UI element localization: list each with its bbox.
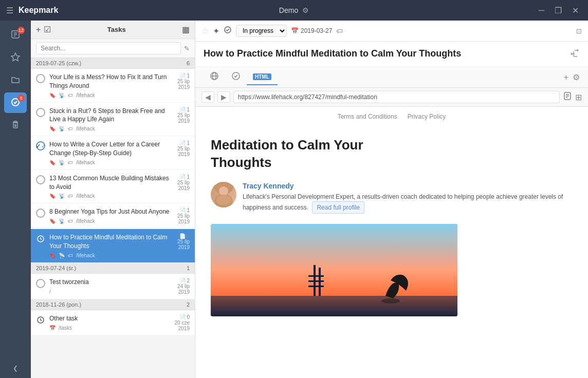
task-item[interactable]: Test tworzenia / 📄 2 24 lip2019 bbox=[31, 274, 195, 299]
bookmark-icon: 🔖 bbox=[49, 253, 56, 258]
date-group-header-2: 2019-07-24 (śr.) 1 bbox=[31, 263, 195, 274]
status-select[interactable]: In progress Done Todo bbox=[236, 25, 287, 37]
task-checkbox-clock[interactable] bbox=[36, 315, 45, 325]
minimize-button[interactable]: ─ bbox=[536, 5, 547, 16]
task-item-active[interactable]: How to Practice Mindful Meditation to Ca… bbox=[31, 229, 195, 263]
check-tab-icon bbox=[231, 71, 241, 82]
tag-meta-icon: 🏷 bbox=[68, 92, 73, 98]
task-item[interactable]: ✓ How to Write a Cover Letter for a Care… bbox=[31, 136, 195, 170]
task-checkbox[interactable] bbox=[36, 279, 45, 288]
tag-meta-icon: 🏷 bbox=[68, 126, 73, 131]
share-button[interactable] bbox=[569, 48, 580, 61]
calendar-icon: 📅 bbox=[291, 27, 299, 34]
tab-check[interactable] bbox=[225, 67, 247, 87]
tab-web[interactable] bbox=[204, 67, 225, 87]
sidebar-item-folders[interactable] bbox=[4, 70, 27, 90]
add-task-button[interactable]: + bbox=[36, 25, 41, 34]
expand-button[interactable]: ⊡ bbox=[576, 27, 582, 35]
restore-button[interactable]: ❐ bbox=[552, 5, 565, 16]
task-meta: 🔖 📡 🏷 /lifehack bbox=[49, 92, 173, 98]
date-group-count-1: 6 bbox=[187, 60, 190, 66]
demo-gear-icon[interactable]: ⚙ bbox=[302, 6, 309, 14]
task-item[interactable]: Stuck in a Rut? 6 Steps to Break Free an… bbox=[31, 103, 195, 137]
hamburger-menu-icon[interactable]: ☰ bbox=[6, 6, 13, 15]
svg-rect-6 bbox=[13, 123, 17, 128]
doc-info: 📄 0 bbox=[179, 314, 190, 320]
task-right: 📄 1 25 lip2019 bbox=[177, 174, 190, 191]
article-image bbox=[211, 224, 457, 316]
tag-icon[interactable]: 🏷 bbox=[336, 27, 343, 35]
magic-button[interactable]: ✦ bbox=[213, 26, 219, 36]
task-meta: 🔖 📡 🏷 /lifehack bbox=[49, 193, 173, 199]
folder-sidebar-icon bbox=[10, 74, 21, 86]
view-toggle-button[interactable]: ⊞ bbox=[575, 92, 582, 102]
terms-link[interactable]: Terms and Conditions bbox=[338, 113, 397, 120]
search-input[interactable] bbox=[36, 42, 181, 54]
complete-button[interactable] bbox=[224, 26, 232, 36]
demo-title-section: Demo ⚙ bbox=[279, 6, 309, 14]
task-right: 📄 2 24 lip2019 bbox=[177, 278, 190, 295]
task-right: 📄 1 25 lip2019 bbox=[177, 140, 190, 157]
task-checkbox[interactable] bbox=[36, 74, 45, 83]
sidebar-item-starred[interactable] bbox=[4, 47, 27, 68]
bookmark-icon: 🔖 bbox=[49, 160, 56, 165]
web-content[interactable]: Terms and Conditions Privacy Policy Medi… bbox=[195, 107, 588, 378]
task-checkbox[interactable] bbox=[36, 108, 45, 117]
close-button[interactable]: ✕ bbox=[569, 5, 582, 16]
read-full-profile-link[interactable]: Read full profile bbox=[312, 201, 364, 214]
task-meta: 🔖 📡 🏷 /lifehack bbox=[49, 126, 173, 131]
tag-meta-icon: 🏷 bbox=[68, 218, 73, 224]
layout-button[interactable]: ▦ bbox=[182, 25, 190, 34]
task-checkbox-clock[interactable] bbox=[36, 234, 45, 243]
nav-back-button[interactable]: ◀ bbox=[201, 91, 214, 103]
search-bar: ✎ bbox=[31, 39, 195, 58]
view-settings-button[interactable]: ⚙ bbox=[573, 72, 580, 82]
main-layout: 12 8 bbox=[0, 21, 588, 378]
pdf-button[interactable] bbox=[563, 91, 572, 103]
task-checkbox[interactable] bbox=[36, 175, 45, 184]
tabs-right: + ⚙ bbox=[564, 72, 580, 82]
trash-sidebar-icon bbox=[10, 120, 21, 131]
titlebar: ☰ Keepmark Demo ⚙ ─ ❐ ✕ bbox=[0, 0, 588, 21]
sidebar-item-active[interactable]: 8 bbox=[4, 92, 27, 113]
svg-marker-4 bbox=[11, 53, 20, 61]
task-title: 8 Beginner Yoga Tips for Just About Anyo… bbox=[49, 207, 173, 216]
url-input[interactable] bbox=[233, 91, 560, 103]
task-date: 25 lip2019 bbox=[177, 79, 190, 90]
tasks-scroll-area[interactable]: 2019-07-25 (czw.) 6 Your Life is a Mess?… bbox=[31, 58, 195, 378]
task-content: Other task 📅 /tasks bbox=[49, 314, 171, 331]
add-view-button[interactable]: + bbox=[564, 73, 568, 82]
task-item[interactable]: Other task 📅 /tasks 📄 0 20 cze2019 bbox=[31, 310, 195, 336]
task-title: 13 Most Common Muscle Building Mistakes … bbox=[49, 174, 173, 192]
sidebar-item-tasks[interactable]: 12 bbox=[4, 25, 27, 45]
task-tag: /lifehack bbox=[76, 92, 95, 98]
bookmark-icon: 🔖 bbox=[49, 92, 56, 98]
author-info: Tracy Kennedy Lifehack's Personal Develo… bbox=[243, 182, 573, 214]
demo-label: Demo bbox=[279, 6, 298, 14]
svg-point-22 bbox=[219, 186, 228, 196]
privacy-link[interactable]: Privacy Policy bbox=[408, 113, 446, 120]
star-button[interactable]: ☆ bbox=[201, 26, 209, 36]
check-all-button[interactable]: ☑ bbox=[44, 25, 51, 34]
task-tag: /lifehack bbox=[76, 218, 95, 224]
window-controls: ─ ❐ ✕ bbox=[536, 5, 582, 16]
task-title: Test tworzenia bbox=[49, 278, 173, 287]
task-checkbox-checked[interactable]: ✓ bbox=[36, 141, 45, 150]
sidebar-collapse-arrow[interactable]: ❮ bbox=[13, 365, 18, 372]
task-item[interactable]: Your Life is a Mess? How to Fix It and T… bbox=[31, 69, 195, 103]
tab-html[interactable]: HTML bbox=[247, 69, 278, 85]
task-item[interactable]: 13 Most Common Muscle Building Mistakes … bbox=[31, 170, 195, 204]
task-date: 25 lip2019 bbox=[177, 112, 190, 124]
edit-search-icon[interactable]: ✎ bbox=[184, 45, 190, 52]
task-item[interactable]: 8 Beginner Yoga Tips for Just About Anyo… bbox=[31, 203, 195, 229]
nav-forward-button[interactable]: ▶ bbox=[217, 91, 230, 103]
author-name[interactable]: Tracy Kennedy bbox=[243, 182, 573, 190]
doc-info: 📄 1 bbox=[179, 73, 190, 79]
sidebar-item-trash[interactable] bbox=[4, 115, 27, 136]
tag-meta-icon: 🏷 bbox=[68, 193, 73, 199]
task-right: 📄 1 25 lip2019 bbox=[177, 73, 190, 90]
article-heading: Meditation to Calm YourThoughts bbox=[211, 137, 573, 172]
task-tag: /lifehack bbox=[76, 193, 95, 199]
task-checkbox[interactable] bbox=[36, 209, 45, 218]
svg-point-15 bbox=[232, 72, 240, 80]
